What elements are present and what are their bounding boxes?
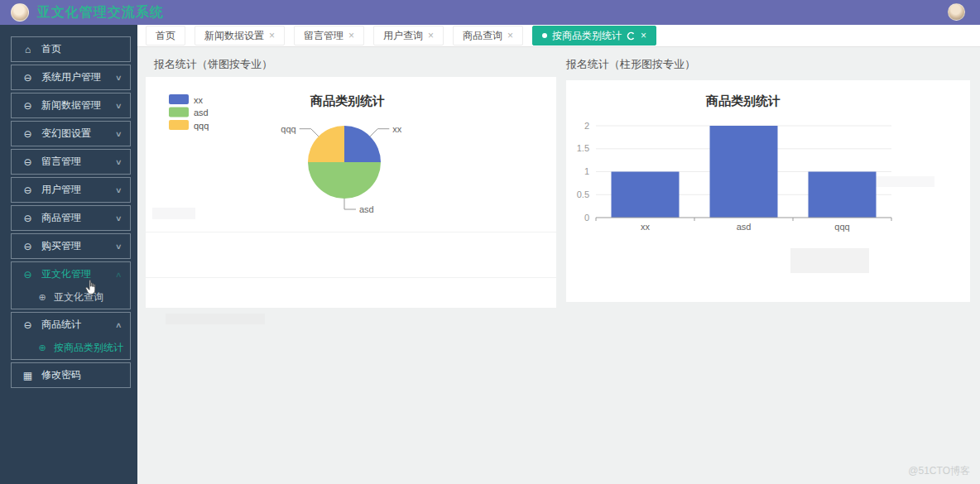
sidebar-subitem-stats-by-category[interactable]: ⊕ 按商品类别统计 (12, 337, 130, 359)
mouse-cursor (84, 280, 98, 300)
user-avatar-small[interactable] (948, 3, 965, 21)
close-icon[interactable]: × (641, 31, 646, 41)
app-title: 亚文化管理交流系统 (37, 4, 164, 22)
sidebar-group-carousel: ⊖ 变幻图设置 ∨ (11, 121, 131, 146)
sidebar-item-user-mgmt[interactable]: ⊖ 用户管理 ∨ (12, 178, 130, 202)
circle-icon: ⊖ (22, 128, 34, 140)
tab-label: 留言管理 (304, 29, 343, 43)
sidebar-group-home: ⌂ 首页 (11, 36, 131, 62)
sidebar-item-product-mgmt[interactable]: ⊖ 商品管理 ∨ (12, 206, 130, 230)
svg-text:商品类别统计: 商品类别统计 (310, 93, 385, 108)
sidebar-item-label: 修改密码 (41, 368, 81, 382)
svg-text:asd: asd (194, 108, 209, 117)
sidebar-item-change-password[interactable]: ▦ 修改密码 (12, 363, 130, 387)
bar-section-title: 报名统计（柱形图按专业） (566, 57, 695, 72)
sidebar-group-messages: ⊖ 留言管理 ∨ (11, 149, 131, 175)
main-area: 首页 新闻数据设置 × 留言管理 × 用户查询 × 商品查询 × 按商品类别统计… (137, 25, 980, 484)
bar-chart-panel: 商品类别统计00.511.52xxasdqqq (566, 80, 970, 302)
svg-text:asd: asd (737, 222, 752, 232)
tab-message-mgmt[interactable]: 留言管理 × (294, 26, 364, 46)
sidebar-group-subculture: ⊖ 亚文化管理 ∧ ⊕ 亚文化查询 (11, 261, 131, 309)
sidebar: ⌂ 首页 ⊖ 系统用户管理 ∨ ⊖ 新闻数据管理 ∨ ⊖ 变幻图设置 ∨ ⊖ 留… (0, 25, 137, 484)
chevron-down-icon: ∨ (115, 158, 122, 166)
sidebar-group-products: ⊖ 商品管理 ∨ (11, 205, 131, 231)
watermark: @51CTO博客 (908, 464, 970, 478)
close-icon[interactable]: × (507, 31, 513, 41)
sidebar-item-news-data-mgmt[interactable]: ⊖ 新闻数据管理 ∨ (12, 93, 130, 117)
sidebar-item-carousel-settings[interactable]: ⊖ 变幻图设置 ∨ (12, 122, 130, 146)
sidebar-subitem-subculture-query[interactable]: ⊕ 亚文化查询 (12, 286, 130, 309)
tab-product-query[interactable]: 商品查询 × (453, 26, 523, 46)
close-icon[interactable]: × (269, 31, 275, 41)
sidebar-item-label: 系统用户管理 (41, 70, 101, 84)
sidebar-item-subculture-mgmt[interactable]: ⊖ 亚文化管理 ∧ (12, 262, 130, 286)
close-icon[interactable]: × (428, 31, 434, 41)
refresh-icon[interactable] (627, 31, 636, 41)
sidebar-item-home[interactable]: ⌂ 首页 (12, 37, 130, 61)
pie-section-title: 报名统计（饼图按专业） (154, 57, 272, 72)
page-content: 报名统计（饼图按专业） 报名统计（柱形图按专业） 商品类别统计xxasdqqqx… (137, 47, 980, 484)
bar-chart[interactable]: 商品类别统计00.511.52xxasdqqq (566, 80, 970, 302)
svg-text:asd: asd (359, 204, 374, 214)
circle-icon: ⊖ (22, 156, 34, 168)
sidebar-item-label: 亚文化管理 (41, 267, 91, 281)
chevron-down-icon: ∨ (115, 102, 122, 110)
chevron-down-icon: ∨ (115, 74, 122, 82)
svg-text:0: 0 (584, 213, 589, 223)
sidebar-group-password: ▦ 修改密码 (11, 362, 131, 388)
tab-label: 用户查询 (383, 29, 423, 43)
svg-text:商品类别统计: 商品类别统计 (705, 93, 781, 108)
sidebar-group-purchases: ⊖ 购买管理 ∨ (11, 233, 131, 259)
active-dot-icon (542, 33, 547, 38)
ghost-artifact (166, 314, 265, 324)
circle-plus-icon: ⊕ (36, 343, 48, 353)
tab-home[interactable]: 首页 (146, 26, 185, 46)
chevron-up-icon: ∧ (115, 271, 122, 279)
tab-label: 商品查询 (463, 29, 502, 43)
sidebar-item-label: 商品统计 (41, 318, 81, 332)
svg-text:qqq: qqq (194, 121, 209, 131)
tab-bar: 首页 新闻数据设置 × 留言管理 × 用户查询 × 商品查询 × 按商品类别统计… (137, 25, 980, 47)
tab-label: 首页 (156, 29, 175, 43)
circle-plus-icon: ⊕ (36, 292, 48, 303)
app-header: 亚文化管理交流系统 (0, 0, 980, 25)
sidebar-item-system-user-mgmt[interactable]: ⊖ 系统用户管理 ∨ (12, 65, 130, 89)
sidebar-subitem-label: 按商品类别统计 (54, 341, 123, 355)
sidebar-item-label: 留言管理 (41, 155, 81, 169)
sidebar-item-purchase-mgmt[interactable]: ⊖ 购买管理 ∨ (12, 234, 130, 258)
sidebar-group-system-users: ⊖ 系统用户管理 ∨ (11, 65, 131, 90)
chevron-down-icon: ∨ (115, 242, 122, 251)
svg-text:1: 1 (584, 166, 589, 176)
sidebar-item-label: 新闻数据管理 (41, 98, 101, 113)
svg-text:xx: xx (641, 222, 651, 232)
chevron-down-icon: ∨ (115, 214, 122, 223)
sidebar-item-label: 变幻图设置 (41, 127, 91, 141)
sidebar-item-message-mgmt[interactable]: ⊖ 留言管理 ∨ (12, 150, 130, 174)
svg-text:1.5: 1.5 (577, 143, 589, 153)
close-icon[interactable]: × (348, 31, 354, 41)
svg-text:xx: xx (392, 124, 402, 134)
circle-icon: ⊖ (22, 241, 34, 252)
chevron-up-icon: ∧ (115, 321, 122, 329)
sidebar-item-label: 商品管理 (41, 211, 81, 225)
pie-chart-panel: 商品类别统计xxasdqqqxxasdqqq (146, 77, 556, 308)
pie-chart[interactable]: 商品类别统计xxasdqqqxxasdqqq (146, 77, 556, 308)
svg-text:qqq: qqq (834, 222, 849, 232)
sidebar-item-label: 用户管理 (41, 183, 81, 197)
tab-news-data-settings[interactable]: 新闻数据设置 × (195, 26, 285, 46)
svg-text:0.5: 0.5 (577, 189, 589, 199)
home-icon: ⌂ (22, 44, 34, 55)
sidebar-item-product-stats[interactable]: ⊖ 商品统计 ∧ (12, 313, 130, 337)
sidebar-group-product-stats: ⊖ 商品统计 ∧ ⊕ 按商品类别统计 (11, 312, 131, 360)
circle-icon: ⊖ (22, 100, 34, 112)
tab-stats-by-category[interactable]: 按商品类别统计 × (532, 26, 656, 46)
circle-icon: ⊖ (22, 72, 34, 84)
circle-icon: ⊖ (22, 184, 34, 196)
tab-label: 新闻数据设置 (204, 29, 264, 43)
user-avatar[interactable] (11, 3, 29, 22)
circle-icon: ⊖ (22, 269, 34, 280)
circle-icon: ⊖ (22, 319, 34, 331)
tab-user-query[interactable]: 用户查询 × (373, 26, 444, 46)
chevron-down-icon: ∨ (115, 130, 122, 138)
svg-text:qqq: qqq (281, 124, 295, 134)
